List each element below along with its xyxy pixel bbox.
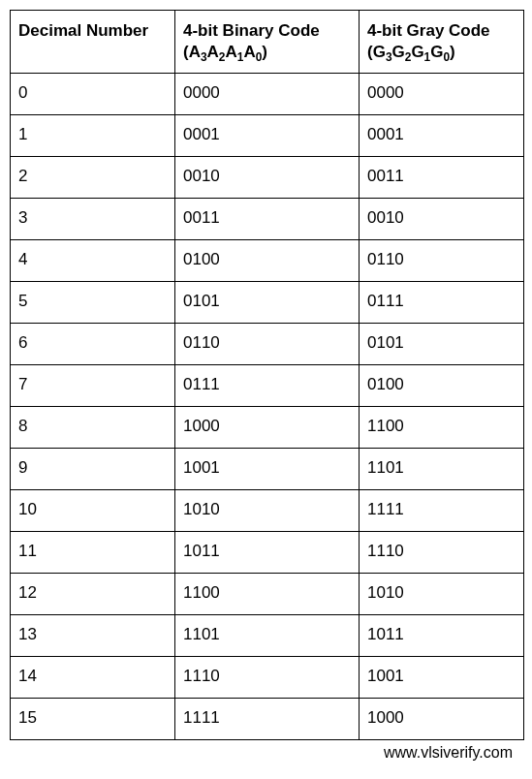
header-binary: 4-bit Binary Code (A3A2A1A0) [175, 11, 360, 74]
table-row: 401000110 [11, 240, 524, 282]
cell-binary: 0110 [175, 324, 360, 365]
cell-gray: 1011 [360, 615, 524, 657]
cell-decimal: 15 [11, 699, 175, 740]
cell-gray: 0001 [360, 115, 524, 157]
header-gray: 4-bit Gray Code (G3G2G1G0) [360, 11, 524, 74]
cell-decimal: 5 [11, 282, 175, 324]
table-row: 300110010 [11, 199, 524, 240]
table-row: 1511111000 [11, 699, 524, 740]
cell-decimal: 14 [11, 657, 175, 699]
cell-binary: 0111 [175, 365, 360, 407]
cell-binary: 1001 [175, 449, 360, 490]
table-row: 1211001010 [11, 574, 524, 615]
cell-gray: 0011 [360, 157, 524, 199]
cell-decimal: 7 [11, 365, 175, 407]
cell-gray: 0110 [360, 240, 524, 282]
cell-decimal: 1 [11, 115, 175, 157]
cell-gray: 0101 [360, 324, 524, 365]
cell-binary: 1100 [175, 574, 360, 615]
cell-binary: 1101 [175, 615, 360, 657]
cell-binary: 0100 [175, 240, 360, 282]
cell-gray: 0010 [360, 199, 524, 240]
cell-gray: 0100 [360, 365, 524, 407]
cell-binary: 1111 [175, 699, 360, 740]
cell-gray: 1001 [360, 657, 524, 699]
cell-binary: 1011 [175, 532, 360, 574]
cell-binary: 0000 [175, 74, 360, 115]
cell-binary: 0010 [175, 157, 360, 199]
cell-gray: 1111 [360, 490, 524, 532]
cell-decimal: 2 [11, 157, 175, 199]
cell-gray: 1010 [360, 574, 524, 615]
cell-gray: 1100 [360, 407, 524, 449]
table-row: 1010101111 [11, 490, 524, 532]
table-header-row: Decimal Number 4-bit Binary Code (A3A2A1… [11, 11, 524, 74]
cell-gray: 0000 [360, 74, 524, 115]
table-row: 910011101 [11, 449, 524, 490]
cell-decimal: 12 [11, 574, 175, 615]
cell-gray: 1110 [360, 532, 524, 574]
cell-decimal: 9 [11, 449, 175, 490]
table-row: 501010111 [11, 282, 524, 324]
cell-decimal: 4 [11, 240, 175, 282]
cell-binary: 0011 [175, 199, 360, 240]
cell-decimal: 10 [11, 490, 175, 532]
table-row: 810001100 [11, 407, 524, 449]
cell-gray: 1101 [360, 449, 524, 490]
table-row: 1110111110 [11, 532, 524, 574]
cell-decimal: 6 [11, 324, 175, 365]
cell-gray: 0111 [360, 282, 524, 324]
cell-decimal: 13 [11, 615, 175, 657]
table-row: 200100011 [11, 157, 524, 199]
cell-decimal: 8 [11, 407, 175, 449]
cell-gray: 1000 [360, 699, 524, 740]
cell-binary: 1000 [175, 407, 360, 449]
cell-binary: 0001 [175, 115, 360, 157]
table-row: 100010001 [11, 115, 524, 157]
credit-text: www.vlsiverify.com [10, 740, 522, 762]
table-row: 1311011011 [11, 615, 524, 657]
cell-decimal: 0 [11, 74, 175, 115]
cell-binary: 1110 [175, 657, 360, 699]
table-row: 1411101001 [11, 657, 524, 699]
binary-gray-table: Decimal Number 4-bit Binary Code (A3A2A1… [10, 10, 524, 740]
table-row: 000000000 [11, 74, 524, 115]
cell-decimal: 11 [11, 532, 175, 574]
table-body: 0000000001000100012001000113001100104010… [11, 74, 524, 740]
cell-binary: 0101 [175, 282, 360, 324]
cell-decimal: 3 [11, 199, 175, 240]
header-decimal: Decimal Number [11, 11, 175, 74]
cell-binary: 1010 [175, 490, 360, 532]
table-row: 701110100 [11, 365, 524, 407]
table-row: 601100101 [11, 324, 524, 365]
